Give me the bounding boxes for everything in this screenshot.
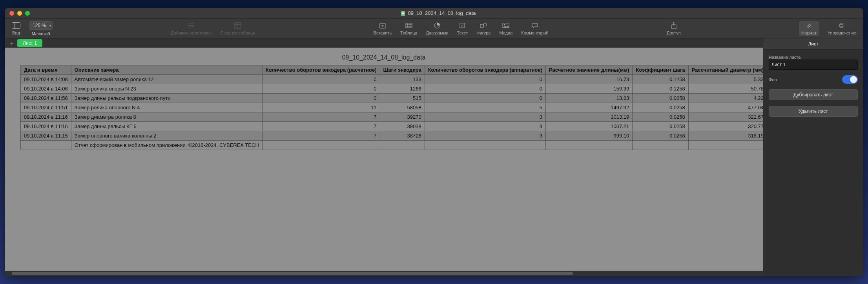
table-cell[interactable]: 09.10.2024 в 11:56: [21, 94, 71, 103]
table-cell[interactable]: [262, 141, 380, 150]
table-cell[interactable]: 39270: [380, 112, 425, 122]
table-cell[interactable]: Замер ролика опоры N 23: [71, 84, 262, 94]
table-cell[interactable]: 09.10.2024 в 11:51: [21, 103, 71, 112]
table-cell[interactable]: 0: [262, 75, 380, 84]
table-button[interactable]: Таблица: [400, 22, 417, 35]
column-header[interactable]: Расчетное значение длины(мм): [546, 65, 633, 75]
table-cell[interactable]: 477.04: [688, 103, 763, 112]
fullscreen-window-button[interactable]: [25, 11, 30, 16]
table-cell[interactable]: Замер длины рельсы КГ 6: [71, 122, 262, 131]
table-cell[interactable]: 13.23: [546, 94, 633, 103]
table-cell[interactable]: [546, 141, 633, 150]
table-cell[interactable]: 39038: [380, 122, 425, 131]
sheet-name-input[interactable]: [769, 60, 858, 70]
organize-button[interactable]: Упорядочение: [828, 22, 856, 35]
table-cell[interactable]: Замер ролика опорного N 4: [71, 103, 262, 112]
column-header[interactable]: Коэффициент шага: [633, 65, 688, 75]
table-cell[interactable]: 5.33: [688, 75, 763, 84]
column-header[interactable]: Количество оборотов энкодера (аппаратное…: [425, 65, 545, 75]
table-cell[interactable]: 09.10.2024 в 11:15: [21, 131, 71, 141]
table-cell[interactable]: Автоматический замер ролика 12: [71, 75, 262, 84]
table-cell[interactable]: Отчет сформирован в мобильном приложении…: [71, 141, 262, 150]
sheet-tab-1[interactable]: Лист 1: [17, 39, 42, 47]
table-row[interactable]: 09.10.2024 в 11:16Замер диаметра ролика …: [21, 112, 763, 122]
column-header[interactable]: Описание замера: [71, 65, 262, 75]
table-cell[interactable]: 322.67: [688, 112, 763, 122]
table-cell[interactable]: 0: [262, 94, 380, 103]
table-cell[interactable]: 7: [262, 131, 380, 141]
table-cell[interactable]: 320.77: [688, 122, 763, 131]
table-cell[interactable]: [21, 141, 71, 150]
table-cell[interactable]: 3: [425, 112, 545, 122]
table-cell[interactable]: 999.10: [546, 131, 633, 141]
table-cell[interactable]: 09.10.2024 в 14:08: [21, 75, 71, 84]
table-cell[interactable]: 0.0258: [633, 131, 688, 141]
table-cell[interactable]: 58058: [380, 103, 425, 112]
table-cell[interactable]: 0.1258: [633, 75, 688, 84]
table-cell[interactable]: 4.22: [688, 94, 763, 103]
table-cell[interactable]: 0: [425, 94, 545, 103]
minimize-window-button[interactable]: [17, 11, 22, 16]
table-cell[interactable]: Замер опорного валика колонны 2: [71, 131, 262, 141]
table-cell[interactable]: 0.0258: [633, 94, 688, 103]
table-row[interactable]: 09.10.2024 в 11:56Замер длины рельсы под…: [21, 94, 763, 103]
table-cell[interactable]: Замер длины рельсы подкранового пути: [71, 94, 262, 103]
zoom-value[interactable]: 125 %: [29, 21, 53, 30]
table-cell[interactable]: 515: [380, 94, 425, 103]
table-cell[interactable]: 3: [425, 131, 545, 141]
table-cell[interactable]: [688, 141, 763, 150]
table-cell[interactable]: 09.10.2024 в 14:06: [21, 84, 71, 94]
background-toggle[interactable]: [842, 75, 858, 84]
insert-button[interactable]: Вставить: [374, 22, 392, 35]
table-cell[interactable]: 3: [425, 122, 545, 131]
view-button[interactable]: Вид: [12, 22, 20, 35]
table-cell[interactable]: 1007.21: [546, 122, 633, 131]
column-header[interactable]: Шаги энкодера: [380, 65, 425, 75]
horizontal-scrollbar[interactable]: [5, 271, 763, 276]
table-row[interactable]: 09.10.2024 в 11:16Замер длины рельсы КГ …: [21, 122, 763, 131]
table-cell[interactable]: 0.0258: [633, 103, 688, 112]
table-row[interactable]: 09.10.2024 в 14:08Автоматический замер р…: [21, 75, 763, 84]
zoom-control[interactable]: 125 % ▾ Масштаб: [29, 21, 53, 36]
duplicate-sheet-button[interactable]: Дублировать лист: [769, 89, 858, 100]
table-cell[interactable]: Замер диаметра ролика 8: [71, 112, 262, 122]
scrollbar-thumb[interactable]: [12, 272, 573, 275]
table-row[interactable]: 09.10.2024 в 11:51Замер ролика опорного …: [21, 103, 763, 112]
table-cell[interactable]: 7: [262, 112, 380, 122]
shape-button[interactable]: Фигура: [476, 22, 491, 35]
table-cell[interactable]: [380, 141, 425, 150]
close-window-button[interactable]: [9, 11, 14, 16]
comment-button[interactable]: Комментарий: [521, 22, 548, 35]
table-cell[interactable]: 0.0258: [633, 112, 688, 122]
table-cell[interactable]: 38726: [380, 131, 425, 141]
add-sheet-button[interactable]: +: [8, 40, 16, 47]
table-row[interactable]: 09.10.2024 в 11:15Замер опорного валика …: [21, 131, 763, 141]
share-button[interactable]: Доступ: [667, 22, 681, 35]
spreadsheet-canvas[interactable]: 09_10_2024_14_08_log_data Дата и времяОп…: [5, 48, 763, 271]
text-button[interactable]: A Текст: [457, 22, 468, 35]
format-button[interactable]: Формат: [799, 21, 819, 36]
delete-sheet-button[interactable]: Удалить лист: [769, 106, 858, 117]
data-table[interactable]: Дата и времяОписание замераКоличество об…: [20, 65, 763, 150]
table-cell[interactable]: [425, 141, 545, 150]
table-cell[interactable]: 1497.92: [546, 103, 633, 112]
table-cell[interactable]: 318.19: [688, 131, 763, 141]
pivot-table-button[interactable]: Сводная таблица: [220, 22, 255, 35]
table-cell[interactable]: 09.10.2024 в 11:16: [21, 112, 71, 122]
column-header[interactable]: Рассчитанный диаметр (мм): [688, 65, 763, 75]
table-footer-row[interactable]: Отчет сформирован в мобильном приложении…: [21, 141, 763, 150]
table-cell[interactable]: 159.39: [546, 84, 633, 94]
add-category-button[interactable]: Добавить категорию: [171, 22, 212, 35]
table-cell[interactable]: 0: [425, 75, 545, 84]
table-cell[interactable]: 16.73: [546, 75, 633, 84]
table-cell[interactable]: 133: [380, 75, 425, 84]
table-cell[interactable]: 09.10.2024 в 11:16: [21, 122, 71, 131]
table-cell[interactable]: 0.1258: [633, 84, 688, 94]
column-header[interactable]: Дата и время: [21, 65, 71, 75]
table-cell[interactable]: 0.0258: [633, 122, 688, 131]
table-cell[interactable]: 7: [262, 122, 380, 131]
table-cell[interactable]: 0: [262, 84, 380, 94]
column-header[interactable]: Количество оборотов энкодера (расчетное): [262, 65, 380, 75]
table-cell[interactable]: 11: [262, 103, 380, 112]
inspector-tab-sheet[interactable]: Лист: [763, 38, 863, 49]
